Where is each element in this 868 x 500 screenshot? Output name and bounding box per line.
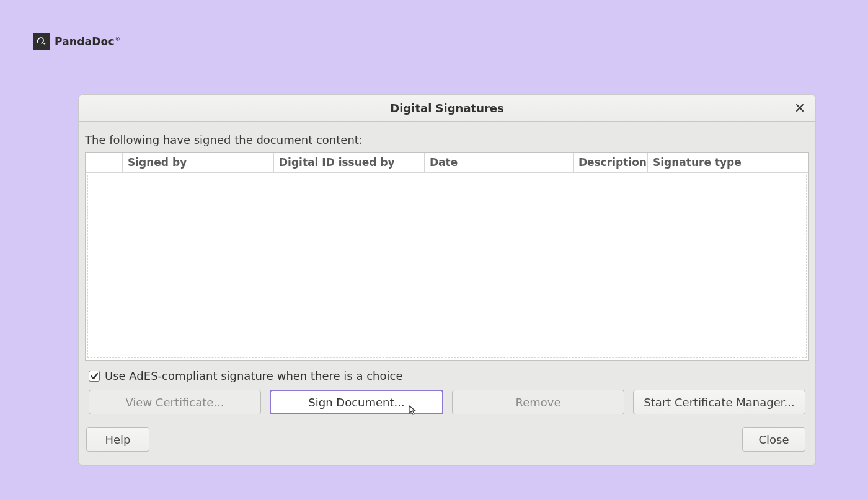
brand-name: PandaDoc® — [55, 35, 120, 48]
ades-checkbox-label: Use AdES-compliant signature when there … — [105, 369, 402, 382]
dialog-content: The following have signed the document c… — [79, 122, 815, 465]
view-certificate-button[interactable]: View Certificate... — [89, 390, 261, 414]
signatures-table: Signed by Digital ID issued by Date Desc… — [85, 152, 809, 361]
svg-point-0 — [44, 43, 46, 45]
dialog-title: Digital Signatures — [390, 102, 504, 115]
digital-signatures-dialog: Digital Signatures The following have si… — [78, 94, 816, 466]
table-header-row: Signed by Digital ID issued by Date Desc… — [86, 153, 808, 173]
help-button[interactable]: Help — [86, 427, 149, 452]
column-header-description[interactable]: Description — [574, 153, 648, 172]
ades-checkbox[interactable] — [89, 371, 100, 382]
close-icon[interactable] — [792, 100, 808, 116]
column-header-blank[interactable] — [86, 153, 123, 172]
column-header-signed-by[interactable]: Signed by — [123, 153, 274, 172]
brand-logo: PandaDoc® — [33, 33, 120, 50]
ades-checkbox-row: Use AdES-compliant signature when there … — [85, 369, 809, 382]
sign-document-button[interactable]: Sign Document... — [270, 390, 443, 414]
panda-icon — [33, 33, 50, 50]
action-button-row: View Certificate... Sign Document... Rem… — [85, 390, 809, 414]
titlebar: Digital Signatures — [79, 95, 815, 122]
column-header-signature-type[interactable]: Signature type — [648, 153, 808, 172]
start-certificate-manager-button[interactable]: Start Certificate Manager... — [633, 390, 805, 414]
column-header-digital-id[interactable]: Digital ID issued by — [274, 153, 425, 172]
column-header-date[interactable]: Date — [425, 153, 574, 172]
intro-text: The following have signed the document c… — [85, 129, 809, 152]
close-button[interactable]: Close — [742, 427, 805, 452]
remove-button[interactable]: Remove — [452, 390, 624, 414]
table-body-empty[interactable] — [87, 175, 807, 358]
bottom-button-row: Help Close — [85, 427, 809, 452]
